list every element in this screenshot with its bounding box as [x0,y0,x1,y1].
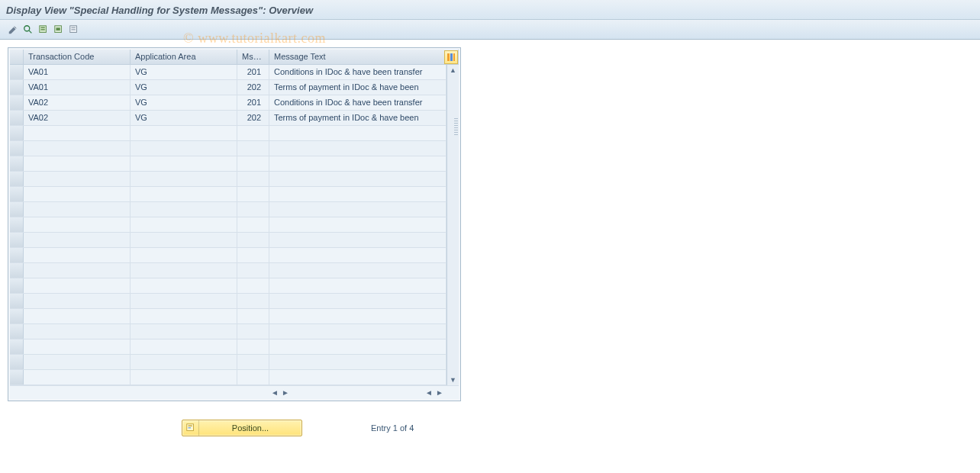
hscroll-left-icon[interactable]: ◄ [269,388,280,398]
row-selector[interactable] [10,126,24,140]
cell [24,233,131,247]
data-grid: Transaction Code Application Area Msg...… [8,47,461,401]
cell [24,217,131,232]
cell[interactable]: VG [131,95,237,110]
scroll-down-icon[interactable]: ▼ [448,375,459,385]
row-selector[interactable] [10,370,24,385]
table-row [10,172,446,187]
cell [237,263,269,278]
cell [237,339,269,354]
cell [131,324,237,339]
hscroll-left2-icon[interactable]: ◄ [424,388,434,398]
cell[interactable]: Conditions in IDoc & have been transfer [269,65,446,79]
cell[interactable]: VA02 [24,111,131,125]
row-selector[interactable] [10,263,24,278]
col-header-application-area[interactable]: Application Area [131,50,237,64]
select-all-icon[interactable] [37,23,50,37]
cell [269,126,446,140]
page-title: Display View "Special Handling for Syste… [6,5,313,16]
scroll-track[interactable] [448,76,459,375]
hscroll-right2-icon[interactable]: ► [434,388,445,398]
table-row [10,248,446,263]
row-selector[interactable] [10,80,24,95]
details-icon[interactable] [21,23,35,37]
svg-point-0 [24,25,30,31]
row-selector[interactable] [10,95,24,110]
table-row [10,126,446,141]
position-label: Position... [199,423,301,433]
col-header-msg-text[interactable]: Message Text [269,50,459,64]
select-block-icon[interactable] [52,23,66,37]
row-selector[interactable] [10,248,24,262]
cell[interactable]: VA02 [24,95,131,110]
table-row [10,370,446,385]
row-selector[interactable] [10,141,24,156]
row-selector[interactable] [10,278,24,293]
cell[interactable]: 202 [237,111,269,125]
table-row [10,278,446,294]
cell [269,187,446,201]
svg-rect-3 [41,29,45,30]
table-row: VA02VG201Conditions in IDoc & have been … [10,95,446,111]
svg-rect-14 [188,427,191,428]
toggle-edit-icon[interactable] [6,23,20,37]
hscroll-right-icon[interactable]: ► [280,388,291,398]
cell [237,370,269,385]
cell[interactable]: Conditions in IDoc & have been transfer [269,95,446,110]
header-select-all[interactable] [10,50,24,64]
cell [24,324,131,339]
row-selector[interactable] [10,187,24,201]
row-selector[interactable] [10,65,24,79]
cell[interactable]: VG [131,65,237,79]
cell[interactable]: VA01 [24,80,131,95]
cell[interactable]: VG [131,111,237,125]
cell[interactable]: VA01 [24,65,131,79]
cell[interactable]: 201 [237,95,269,110]
cell [131,141,237,156]
cell [131,202,237,217]
cell[interactable]: 202 [237,80,269,95]
cell [131,294,237,308]
row-selector[interactable] [10,156,24,171]
position-button[interactable]: Position... [182,420,302,436]
scroll-grip-icon[interactable] [454,118,458,135]
row-selector[interactable] [10,324,24,339]
grid-body: VA01VG201Conditions in IDoc & have been … [10,65,459,385]
cell [237,233,269,247]
row-selector[interactable] [10,172,24,186]
cell [24,172,131,186]
table-settings-icon[interactable] [444,50,458,64]
row-selector[interactable] [10,294,24,308]
cell [269,355,446,369]
table-row [10,156,446,172]
cell [269,294,446,308]
cell[interactable]: VG [131,80,237,95]
cell [237,278,269,293]
row-selector[interactable] [10,355,24,369]
table-row [10,233,446,248]
cell[interactable]: Terms of payment in IDoc & have been [269,80,446,95]
cell [237,355,269,369]
row-selector[interactable] [10,339,24,354]
row-selector[interactable] [10,233,24,247]
cell [131,187,237,201]
row-selector[interactable] [10,217,24,232]
cell [269,141,446,156]
cell [237,156,269,171]
cell[interactable]: 201 [237,65,269,79]
row-selector[interactable] [10,202,24,217]
cell [237,141,269,156]
svg-rect-8 [72,29,76,30]
col-header-transaction-code[interactable]: Transaction Code [24,50,131,64]
row-selector[interactable] [10,309,24,323]
cell [237,217,269,232]
cell [24,141,131,156]
vertical-scrollbar[interactable]: ▲ ▼ [446,65,459,385]
title-bar: Display View "Special Handling for Syste… [0,0,980,20]
scroll-up-icon[interactable]: ▲ [448,66,459,75]
cell[interactable]: Terms of payment in IDoc & have been [269,111,446,125]
col-header-msg-no[interactable]: Msg... [237,50,269,64]
deselect-all-icon[interactable] [67,23,81,37]
cell [237,126,269,140]
row-selector[interactable] [10,111,24,125]
